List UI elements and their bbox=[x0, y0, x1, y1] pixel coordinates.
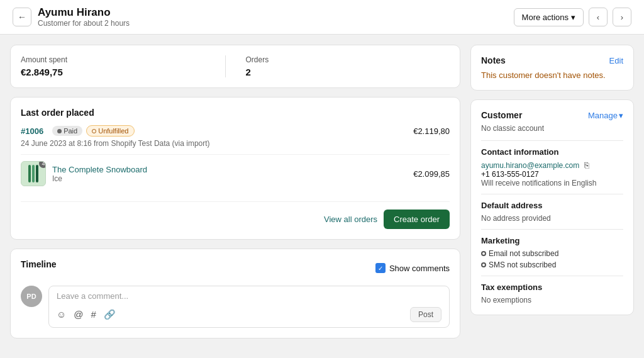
product-image: 4 bbox=[21, 161, 46, 186]
last-order-card: Last order placed #1006 Paid Unfulfilled bbox=[10, 97, 460, 240]
amount-spent-stat: Amount spent €2.849,75 bbox=[21, 55, 226, 77]
order-id-badges: #1006 Paid Unfulfilled bbox=[21, 125, 135, 137]
timeline-header: Timeline ✓ Show comments bbox=[21, 259, 450, 277]
orders-label: Orders bbox=[246, 55, 440, 64]
marketing-email-text: Email not subscribed bbox=[489, 249, 558, 258]
notes-header: Notes Edit bbox=[481, 55, 623, 65]
email-bullet-icon bbox=[481, 251, 486, 256]
divider-3 bbox=[481, 229, 623, 230]
view-all-orders-link[interactable]: View all orders bbox=[324, 215, 377, 224]
address-title: Default address bbox=[481, 201, 623, 210]
top-bar: ← Ayumu Hirano Customer for about 2 hour… bbox=[0, 0, 644, 35]
customer-info: Ayumu Hirano Customer for about 2 hours bbox=[38, 6, 130, 28]
badge-paid: Paid bbox=[52, 126, 82, 136]
prev-button[interactable]: ‹ bbox=[589, 8, 608, 26]
left-column: Amount spent €2.849,75 Orders 2 Last ord… bbox=[10, 45, 460, 338]
product-image-inner bbox=[28, 165, 38, 182]
marketing-sms-text: SMS not subscribed bbox=[489, 260, 556, 269]
more-actions-chevron-icon: ▾ bbox=[571, 13, 575, 22]
comment-icons: ☺ @ # 🔗 bbox=[57, 309, 116, 320]
address-value: No address provided bbox=[481, 214, 623, 223]
back-button[interactable]: ← bbox=[13, 8, 31, 26]
notes-title: Notes bbox=[481, 55, 506, 65]
paid-dot-icon bbox=[57, 129, 62, 133]
comment-placeholder[interactable]: Leave a comment... bbox=[57, 291, 441, 301]
sms-bullet-icon bbox=[481, 262, 486, 267]
back-icon: ← bbox=[18, 12, 26, 22]
divider-2 bbox=[481, 194, 623, 194]
avatar: PD bbox=[21, 286, 42, 307]
customer-card: Customer Manage ▾ No classic account Con… bbox=[470, 99, 634, 315]
manage-chevron-icon: ▾ bbox=[619, 111, 623, 120]
timeline-card: Timeline ✓ Show comments PD Leave a comm… bbox=[10, 249, 460, 338]
contact-email[interactable]: ayumu.hirano@example.com bbox=[481, 161, 579, 170]
order-header: #1006 Paid Unfulfilled €2.119,80 bbox=[21, 125, 450, 137]
marketing-title: Marketing bbox=[481, 236, 623, 245]
divider-4 bbox=[481, 276, 623, 276]
edit-notes-link[interactable]: Edit bbox=[609, 56, 623, 65]
post-button[interactable]: Post bbox=[410, 307, 441, 322]
main-content: Amount spent €2.849,75 Orders 2 Last ord… bbox=[0, 35, 644, 349]
manage-label: Manage bbox=[588, 111, 618, 120]
top-bar-right: More actions ▾ ‹ › bbox=[514, 8, 631, 26]
product-info: The Complete Snowboard Ice bbox=[52, 165, 407, 183]
marketing-email-item: Email not subscribed bbox=[481, 249, 623, 258]
show-comments[interactable]: ✓ Show comments bbox=[375, 263, 450, 273]
comment-area: PD Leave a comment... ☺ @ # 🔗 Post bbox=[21, 286, 450, 328]
top-bar-left: ← Ayumu Hirano Customer for about 2 hour… bbox=[13, 6, 130, 28]
prev-icon: ‹ bbox=[597, 13, 599, 22]
show-comments-checkbox[interactable]: ✓ bbox=[375, 263, 386, 273]
order-id-link[interactable]: #1006 bbox=[21, 126, 43, 136]
tax-value: No exemptions bbox=[481, 296, 623, 305]
product-row: 4 The Complete Snowboard Ice €2.099,85 bbox=[21, 154, 450, 193]
next-button[interactable]: › bbox=[613, 8, 631, 26]
contact-info-title: Contact information bbox=[481, 147, 623, 157]
last-order-title: Last order placed bbox=[21, 108, 450, 118]
hashtag-icon[interactable]: # bbox=[91, 309, 96, 320]
manage-button[interactable]: Manage ▾ bbox=[588, 111, 623, 120]
marketing-items: Email not subscribed SMS not subscribed bbox=[481, 249, 623, 269]
orders-value: 2 bbox=[246, 67, 440, 77]
mention-icon[interactable]: @ bbox=[74, 309, 83, 320]
order-amount: €2.119,80 bbox=[413, 126, 450, 136]
order-badges: Paid Unfulfilled bbox=[52, 125, 134, 137]
next-icon: › bbox=[621, 13, 623, 22]
timeline-title: Timeline bbox=[21, 259, 57, 269]
contact-phone: +1 613-555-0127 bbox=[481, 170, 623, 179]
customer-name: Ayumu Hirano bbox=[38, 6, 130, 19]
product-variant: Ice bbox=[52, 174, 407, 183]
stripe-3 bbox=[36, 165, 38, 182]
customer-card-header: Customer Manage ▾ bbox=[481, 110, 623, 120]
unfulfilled-dot-icon bbox=[92, 129, 96, 133]
product-qty-badge: 4 bbox=[39, 161, 46, 168]
attachment-icon[interactable]: 🔗 bbox=[104, 309, 116, 320]
amount-value: €2.849,75 bbox=[21, 67, 215, 77]
customer-subtitle: Customer for about 2 hours bbox=[38, 19, 130, 28]
product-name: The Complete Snowboard bbox=[52, 165, 407, 174]
no-account-text: No classic account bbox=[481, 124, 623, 133]
more-actions-label: More actions bbox=[522, 13, 569, 22]
right-column: Notes Edit This customer doesn't have no… bbox=[470, 45, 634, 338]
email-row: ayumu.hirano@example.com ⎘ bbox=[481, 160, 623, 170]
more-actions-button[interactable]: More actions ▾ bbox=[514, 8, 584, 26]
orders-stat: Orders 2 bbox=[236, 55, 450, 77]
badge-unfulfilled: Unfulfilled bbox=[86, 125, 134, 137]
create-order-button[interactable]: Create order bbox=[384, 210, 450, 229]
stripe-2 bbox=[32, 165, 35, 182]
marketing-sms-item: SMS not subscribed bbox=[481, 260, 623, 269]
product-price: €2.099,85 bbox=[413, 169, 450, 179]
order-date: 24 June 2023 at 8:16 from Shopify Test D… bbox=[21, 139, 450, 148]
order-actions: View all orders Create order bbox=[21, 201, 450, 229]
comment-box: Leave a comment... ☺ @ # 🔗 Post bbox=[48, 286, 450, 328]
divider-1 bbox=[481, 140, 623, 141]
stats-card: Amount spent €2.849,75 Orders 2 bbox=[10, 45, 460, 88]
customer-card-title: Customer bbox=[481, 110, 522, 120]
comment-toolbar: ☺ @ # 🔗 Post bbox=[57, 307, 441, 322]
contact-note: Will receive notifications in English bbox=[481, 179, 623, 187]
emoji-icon[interactable]: ☺ bbox=[57, 309, 66, 320]
copy-icon[interactable]: ⎘ bbox=[584, 160, 589, 170]
amount-label: Amount spent bbox=[21, 55, 215, 64]
stripe-1 bbox=[28, 165, 31, 182]
notes-empty-text: This customer doesn't have notes. bbox=[481, 70, 623, 80]
show-comments-label: Show comments bbox=[389, 264, 450, 273]
